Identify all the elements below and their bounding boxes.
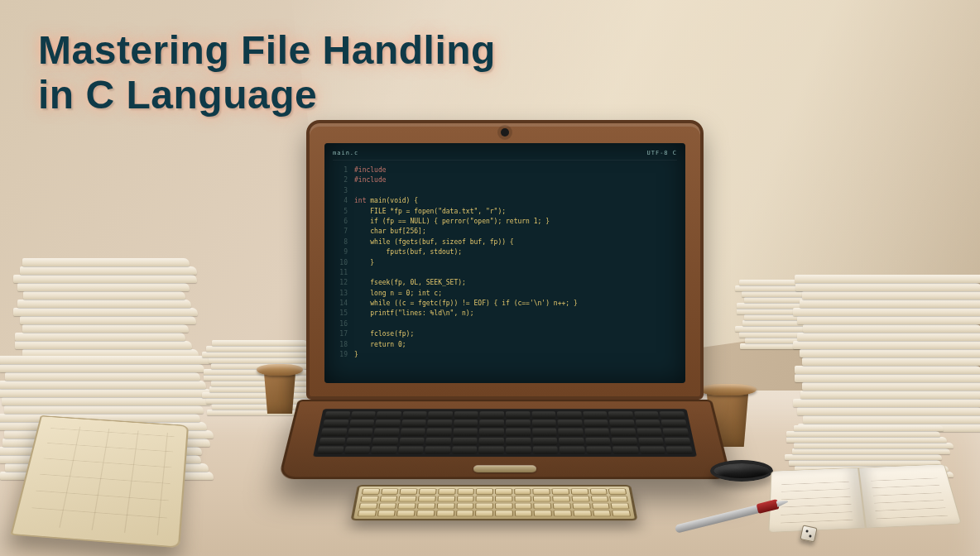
laptop-keyboard: [313, 409, 697, 457]
laptop: main.c UTF-8 C 1#include 2#include 3 4in…: [306, 120, 704, 497]
laptop-latch: [473, 465, 536, 472]
hero-title-line2: in C Language: [38, 73, 496, 117]
notebook-page-right: [858, 464, 962, 529]
editor-titlebar: main.c UTF-8 C: [333, 150, 677, 161]
closed-notebook: [10, 415, 189, 548]
laptop-base: [278, 400, 732, 479]
paper-stack-right-tall: [798, 291, 980, 432]
die-icon: [800, 525, 817, 542]
external-keyboard: [350, 485, 637, 520]
editor-status: UTF-8 C: [646, 150, 677, 156]
hero-title-line1: Mastering File Handling: [38, 28, 496, 72]
laptop-screen: main.c UTF-8 C 1#include 2#include 3 4in…: [324, 143, 685, 383]
scene: Mastering File Handling in C Language ma…: [0, 0, 980, 556]
laptop-lid: main.c UTF-8 C 1#include 2#include 3 4in…: [306, 120, 704, 400]
hero-title: Mastering File Handling in C Language: [38, 28, 496, 117]
editor-filename: main.c: [333, 150, 358, 156]
camera-lens-icon: [710, 460, 773, 482]
code-editor: 1#include 2#include 3 4int main(void) { …: [333, 165, 677, 360]
webcam-icon: [501, 128, 509, 137]
open-notebook: [768, 464, 962, 533]
